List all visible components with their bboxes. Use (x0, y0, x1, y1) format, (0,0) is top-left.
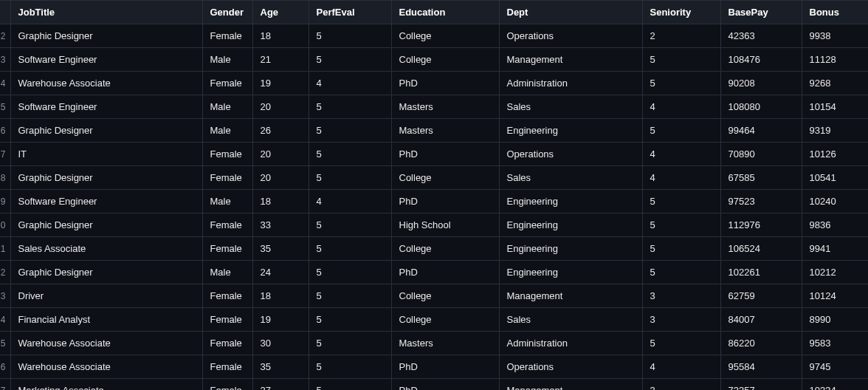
table-row[interactable]: 2Graphic DesignerMale245PhDEngineering51… (0, 261, 868, 284)
cell-age[interactable]: 35 (252, 355, 309, 379)
cell-perfeval[interactable]: 5 (309, 119, 391, 143)
cell-age[interactable]: 19 (252, 308, 309, 332)
cell-education[interactable]: College (391, 24, 499, 48)
cell-perfeval[interactable]: 5 (309, 284, 391, 308)
cell-perfeval[interactable]: 5 (309, 24, 391, 48)
cell-jobtitle[interactable]: Software Engineer (10, 190, 202, 213)
cell-basepay[interactable]: 90208 (720, 72, 802, 95)
cell-perfeval[interactable]: 4 (309, 72, 391, 95)
cell-basepay[interactable]: 42363 (720, 24, 802, 48)
cell-dept[interactable]: Sales (499, 308, 642, 332)
cell-bonus[interactable]: 10212 (802, 261, 868, 284)
cell-seniority[interactable]: 4 (642, 355, 720, 379)
cell-education[interactable]: College (391, 48, 499, 72)
cell-gender[interactable]: Male (202, 95, 252, 119)
cell-bonus[interactable]: 8990 (802, 308, 868, 332)
cell-age[interactable]: 18 (252, 284, 309, 308)
cell-basepay[interactable]: 112976 (720, 213, 802, 237)
table-row[interactable]: 6Graphic DesignerMale265MastersEngineeri… (0, 119, 868, 143)
cell-seniority[interactable]: 5 (642, 72, 720, 95)
cell-gender[interactable]: Female (202, 237, 252, 261)
cell-basepay[interactable]: 70890 (720, 143, 802, 166)
cell-basepay[interactable]: 86220 (720, 332, 802, 355)
cell-education[interactable]: College (391, 237, 499, 261)
cell-seniority[interactable]: 5 (642, 332, 720, 355)
cell-dept[interactable]: Engineering (499, 213, 642, 237)
cell-education[interactable]: Masters (391, 119, 499, 143)
cell-seniority[interactable]: 5 (642, 190, 720, 213)
cell-education[interactable]: PhD (391, 355, 499, 379)
cell-dept[interactable]: Operations (499, 24, 642, 48)
cell-perfeval[interactable]: 5 (309, 143, 391, 166)
column-header-seniority[interactable]: Seniority (642, 1, 720, 24)
cell-seniority[interactable]: 2 (642, 24, 720, 48)
table-row[interactable]: 0Graphic DesignerFemale335High SchoolEng… (0, 213, 868, 237)
cell-bonus[interactable]: 9938 (802, 24, 868, 48)
cell-jobtitle[interactable]: Software Engineer (10, 48, 202, 72)
cell-jobtitle[interactable]: Warehouse Associate (10, 72, 202, 95)
cell-bonus[interactable]: 9745 (802, 355, 868, 379)
table-row[interactable]: 2Graphic DesignerFemale185CollegeOperati… (0, 24, 868, 48)
cell-gender[interactable]: Female (202, 308, 252, 332)
table-row[interactable]: 7Marketing AssociateFemale275PhDManageme… (0, 379, 868, 391)
cell-bonus[interactable]: 11128 (802, 48, 868, 72)
cell-bonus[interactable]: 9836 (802, 213, 868, 237)
cell-basepay[interactable]: 67585 (720, 166, 802, 190)
column-header-dept[interactable]: Dept (499, 1, 642, 24)
cell-jobtitle[interactable]: Graphic Designer (10, 261, 202, 284)
cell-age[interactable]: 20 (252, 166, 309, 190)
cell-education[interactable]: PhD (391, 379, 499, 391)
column-header-perfeval[interactable]: PerfEval (309, 1, 391, 24)
cell-basepay[interactable]: 99464 (720, 119, 802, 143)
cell-jobtitle[interactable]: Warehouse Associate (10, 332, 202, 355)
table-row[interactable]: 9Software EngineerMale184PhDEngineering5… (0, 190, 868, 213)
cell-basepay[interactable]: 97523 (720, 190, 802, 213)
column-header-basepay[interactable]: BasePay (720, 1, 802, 24)
cell-basepay[interactable]: 95584 (720, 355, 802, 379)
cell-dept[interactable]: Management (499, 284, 642, 308)
cell-seniority[interactable]: 3 (642, 284, 720, 308)
cell-education[interactable]: PhD (391, 72, 499, 95)
cell-dept[interactable]: Engineering (499, 119, 642, 143)
cell-education[interactable]: PhD (391, 190, 499, 213)
cell-seniority[interactable]: 5 (642, 213, 720, 237)
cell-perfeval[interactable]: 5 (309, 355, 391, 379)
cell-bonus[interactable]: 10124 (802, 284, 868, 308)
cell-dept[interactable]: Administration (499, 72, 642, 95)
column-header-gender[interactable]: Gender (202, 1, 252, 24)
column-header-education[interactable]: Education (391, 1, 499, 24)
cell-education[interactable]: PhD (391, 261, 499, 284)
cell-gender[interactable]: Female (202, 166, 252, 190)
cell-basepay[interactable]: 84007 (720, 308, 802, 332)
table-row[interactable]: 5Warehouse AssociateFemale305MastersAdmi… (0, 332, 868, 355)
cell-jobtitle[interactable]: Graphic Designer (10, 24, 202, 48)
table-row[interactable]: 8Graphic DesignerFemale205CollegeSales46… (0, 166, 868, 190)
cell-seniority[interactable]: 5 (642, 48, 720, 72)
cell-gender[interactable]: Female (202, 213, 252, 237)
cell-gender[interactable]: Male (202, 119, 252, 143)
table-row[interactable]: 3Software EngineerMale215CollegeManageme… (0, 48, 868, 72)
cell-basepay[interactable]: 108476 (720, 48, 802, 72)
cell-seniority[interactable]: 3 (642, 308, 720, 332)
cell-perfeval[interactable]: 5 (309, 95, 391, 119)
column-header-bonus[interactable]: Bonus (802, 1, 868, 24)
cell-seniority[interactable]: 4 (642, 143, 720, 166)
cell-jobtitle[interactable]: Financial Analyst (10, 308, 202, 332)
cell-bonus[interactable]: 9268 (802, 72, 868, 95)
cell-bonus[interactable]: 10240 (802, 190, 868, 213)
cell-dept[interactable]: Management (499, 48, 642, 72)
cell-gender[interactable]: Female (202, 355, 252, 379)
cell-perfeval[interactable]: 5 (309, 332, 391, 355)
cell-age[interactable]: 18 (252, 24, 309, 48)
column-header-jobtitle[interactable]: JobTitle (10, 1, 202, 24)
cell-jobtitle[interactable]: Graphic Designer (10, 166, 202, 190)
cell-education[interactable]: PhD (391, 143, 499, 166)
table-row[interactable]: 4Warehouse AssociateFemale194PhDAdminist… (0, 72, 868, 95)
cell-seniority[interactable]: 4 (642, 166, 720, 190)
cell-basepay[interactable]: 62759 (720, 284, 802, 308)
cell-age[interactable]: 18 (252, 190, 309, 213)
cell-gender[interactable]: Male (202, 261, 252, 284)
cell-perfeval[interactable]: 5 (309, 379, 391, 391)
cell-education[interactable]: College (391, 284, 499, 308)
cell-dept[interactable]: Operations (499, 355, 642, 379)
